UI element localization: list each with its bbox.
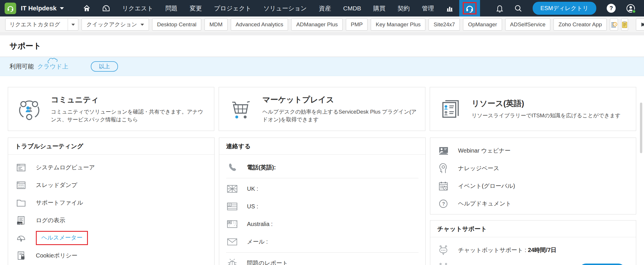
app-logo[interactable] [5, 3, 16, 14]
vertical-scrollbar[interactable] [640, 103, 642, 153]
app-label: Key Manager Plus [376, 21, 420, 28]
nav-item-contracts[interactable]: 契約 [392, 0, 416, 16]
marketplace-card[interactable]: マーケットプレイス ヘルプデスクの効率を向上するServiceDesk Plus… [219, 87, 425, 131]
app-button-desktop-central[interactable]: Desktop Central [152, 18, 201, 31]
info-cards-row: コミュニティ コミュニティでソリューションを確認・共有できます。アナウンス、サー… [8, 87, 636, 131]
link-view-logs[interactable]: Logs ログの表示 [8, 212, 214, 229]
help-circle-icon: ? [437, 199, 449, 209]
chatbot-text: チャットボットサポート : 24時間/7日 [458, 246, 556, 254]
product-overview-button[interactable]: 製品概要 1 [636, 18, 644, 31]
link-thread-dump[interactable]: 1010101010 スレッドダンプ [8, 176, 214, 194]
divider [226, 252, 418, 253]
knowledge-base-icon [437, 163, 449, 174]
link-knowledge-base[interactable]: ナレッジベース [430, 160, 636, 177]
page-title: サポート [10, 41, 41, 51]
community-card[interactable]: コミュニティ コミュニティでソリューションを確認・共有できます。アナウンス、サー… [8, 87, 214, 131]
portal-name: IT Helpdesk [21, 5, 56, 12]
link-cookie-policy[interactable]: Cookieポリシー [8, 247, 214, 264]
search-icon [514, 4, 522, 12]
request-catalog-caret[interactable] [68, 19, 78, 30]
esm-directory-button[interactable]: ESMディレクトリ [533, 2, 596, 15]
app-button-zoho-creator[interactable]: Zoho Creator App [553, 18, 607, 31]
contact-list: 電話(英語): UK : US : [219, 155, 425, 265]
scheduled-tasks-button[interactable] [610, 18, 618, 31]
link-help-documents[interactable]: ? ヘルプドキュメント [430, 195, 636, 212]
report-issue-row[interactable]: 問題のレポート [219, 254, 425, 265]
cart-icon [229, 98, 252, 120]
nav-item-projects[interactable]: プロジェクト [208, 0, 257, 16]
app-label: Desktop Central [157, 21, 196, 28]
contact-label: UK : [247, 186, 258, 192]
app-button-site24x7[interactable]: Site24x7 [429, 18, 460, 31]
nav-item-changes[interactable]: 変更 [184, 0, 208, 16]
link-events-global[interactable]: イベント(グローバル) [430, 177, 636, 195]
more-button[interactable]: 以上 [91, 61, 118, 72]
resources-title: リソース(英語) [472, 98, 626, 109]
contact-list-icon [440, 98, 461, 120]
app-button-adselfservice[interactable]: ADSelfService [505, 18, 551, 31]
search-button[interactable] [514, 4, 522, 12]
bell-icon [496, 4, 504, 13]
app-label: Site24x7 [433, 21, 455, 28]
link-health-meter[interactable]: ヘルスメーター [8, 229, 214, 247]
app-button-pmp[interactable]: PMP [346, 18, 368, 31]
webinar-icon [437, 146, 449, 156]
chatbot-support-row[interactable]: チャットボットサポート : 24時間/7日 [430, 241, 636, 259]
help-button[interactable]: ? [607, 4, 616, 13]
schedule-icon [610, 21, 618, 28]
app-label: ADManager Plus [296, 21, 338, 28]
app-button-opmanager[interactable]: OpManager [463, 18, 502, 31]
nav-item-assets[interactable]: 資産 [313, 0, 337, 16]
app-button-key-manager-plus[interactable]: Key Manager Plus [371, 18, 425, 31]
notifications-button[interactable] [496, 4, 504, 13]
nav-item-purchase[interactable]: 購買 [367, 0, 392, 16]
video-camera-icon [641, 21, 644, 28]
resources-card[interactable]: リソース(英語) リソースライブラリーでITSMの知識を広げることができます [430, 87, 636, 131]
nav-item-requests[interactable]: リクエスト [116, 0, 159, 16]
navbar-right-group: ESMディレクトリ ? [496, 2, 644, 15]
link-support-file[interactable]: サポートファイル [8, 194, 214, 212]
support-button-active[interactable] [459, 0, 480, 16]
contact-header: 連絡する [219, 138, 425, 155]
user-menu-button[interactable] [626, 4, 635, 13]
nav-item-admin[interactable]: 管理 [416, 0, 440, 16]
chat-support-panel: チャットサポート チャットボットサポート : 24時間/7日 [430, 220, 636, 265]
dashboard-button[interactable] [96, 0, 116, 16]
chatbot-icon [437, 245, 449, 256]
home-button[interactable] [77, 0, 96, 16]
app-label: ADSelfService [510, 21, 546, 28]
link-system-log-viewer[interactable]: システムログビューア [8, 159, 214, 176]
online-status-dot [632, 10, 636, 13]
link-webinar[interactable]: Webinar ウェビナー [430, 142, 636, 160]
quick-actions-dropdown[interactable]: クイックアクション [82, 18, 149, 31]
chevron-down-icon [60, 7, 64, 10]
notes-button[interactable] [621, 18, 628, 31]
contact-uk-row[interactable]: UK : [219, 180, 425, 198]
contact-email-row[interactable]: メール : [219, 233, 425, 251]
live-chat-button[interactable] [580, 264, 625, 265]
nav-item-cmdb[interactable]: CMDB [337, 0, 367, 16]
svg-text:Logs: Logs [18, 222, 22, 224]
reports-button[interactable] [440, 0, 459, 16]
contact-us-row[interactable]: US : [219, 198, 425, 215]
panels-row: トラブルシューティング システムログビューア 1010101010 スレッドダン… [8, 138, 636, 265]
contact-label: メール : [247, 238, 268, 246]
top-navbar: IT Helpdesk リクエスト 問題 変更 プロジェクト ソリューション 資… [0, 0, 644, 16]
portal-switcher[interactable]: IT Helpdesk [21, 5, 64, 12]
speedometer-icon [102, 4, 110, 12]
app-button-admanager-plus[interactable]: ADManager Plus [291, 18, 343, 31]
thread-dump-icon: 1010101010 [15, 180, 27, 190]
clipboard-icon [621, 21, 628, 28]
svg-text:01010: 01010 [18, 186, 24, 188]
contact-australia-row[interactable]: Australia : [219, 215, 425, 233]
cloud-link[interactable]: クラウド上 [37, 62, 68, 71]
request-catalog-dropdown[interactable]: リクエストカタログ [5, 18, 78, 31]
nav-item-problems[interactable]: 問題 [159, 0, 184, 16]
app-button-advanced-analytics[interactable]: Advanced Analytics [231, 18, 288, 31]
chevron-down-icon [141, 24, 144, 26]
svg-text:?: ? [442, 201, 445, 206]
app-button-mdm[interactable]: MDM [204, 18, 227, 31]
troubleshooting-header: トラブルシューティング [8, 138, 214, 155]
live-chat-row[interactable]: ライブチャットサポート : 24時間(平日含む) [430, 259, 636, 265]
nav-item-solutions[interactable]: ソリューション [257, 0, 313, 16]
